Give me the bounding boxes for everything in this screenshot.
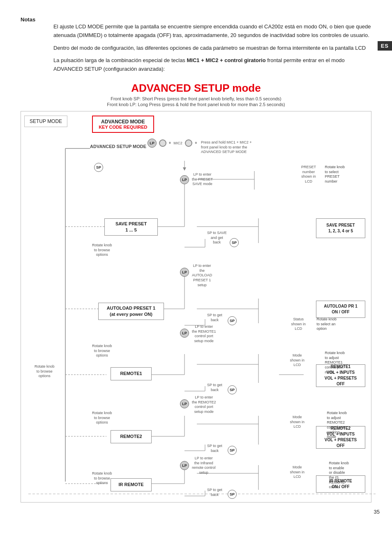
rotate-select-option: Rotate knob to select an option: [316, 317, 337, 331]
sp-save-back: SP to SAVE and get back: [207, 231, 227, 245]
mode-shown-lcd3: Mode shown in LCD: [290, 465, 304, 480]
sp-circle-save[interactable]: SP: [230, 238, 239, 247]
advanced-mode-line2: KEY CODE REQUIRED: [99, 125, 147, 130]
notes-paragraph2: Dentro del modo de configuración, las di…: [53, 44, 371, 53]
notes-p3-bold: MIC1 + MIC2 + control giratorio: [187, 57, 265, 63]
save-preset-right-box: SAVE PRESET 1, 2, 3, 4 or 5: [316, 218, 365, 238]
status-shown-lcd: Status shown in LCD: [291, 317, 306, 331]
preset-number-lcd: PRESET number shown in LCD: [301, 165, 316, 184]
mic1-knob: [159, 139, 166, 147]
lp-circle-top[interactable]: LP: [148, 139, 157, 148]
subtitle-line1: Front knob SP: Short Press (press the fr…: [21, 96, 371, 101]
sp-get-back-1: SP to get back: [207, 313, 222, 322]
sp-get-back-2: SP to get back: [207, 383, 222, 392]
lp-enter-remote1: LP to enter the REMOTE1 control port set…: [192, 324, 216, 344]
mic2-label: MIC2: [173, 141, 182, 145]
lp-enter-remote2: LP to enter the REMOTE2 control port set…: [192, 395, 216, 415]
rotate-browse-options-2: Rotate knob to browse options: [92, 344, 112, 358]
autoload-pr1-right-box: AUTOLOAD PR 1 ON / OFF: [316, 301, 365, 318]
press-hold-text: Press and hold MIC1 + MIC2 + front panel…: [201, 140, 252, 155]
lp-circle-autoload[interactable]: LP: [180, 268, 189, 277]
mode-shown-lcd1: Mode shown in LCD: [290, 353, 304, 368]
notes-section: Notas El ajuste LCD MODE permite que la …: [21, 16, 371, 74]
sp-circle-remote1[interactable]: SP: [228, 385, 237, 394]
setup-mode-label: SETUP MODE: [30, 118, 62, 124]
advanced-setup-title: ADVANCED SETUP mode: [21, 82, 371, 95]
rotate-enable-disable-ir: Rotate knob to enable or disable the IS …: [329, 461, 349, 490]
lp-enter-preset-save: LP to enter the PRESET SAVE mode: [192, 172, 213, 187]
mic2-knob: [185, 139, 192, 147]
rotate-select-preset: Rotate knob to select PRESET number: [325, 165, 345, 184]
sp-circle-ir[interactable]: SP: [228, 490, 237, 499]
lp-circle-preset-save[interactable]: LP: [180, 175, 189, 184]
subtitle-line2: Front knob LP: Long Press (press & hold …: [21, 102, 371, 107]
remote2-box: REMOTE2: [111, 430, 152, 443]
lp-enter-autoload: LP to enter the AUTOLOAD PRESET 1 setup: [192, 264, 212, 287]
sp-circle-remote2[interactable]: SP: [228, 446, 237, 455]
lp-circle-remote2[interactable]: LP: [180, 399, 189, 408]
advanced-mode-line1: ADVANCED MODE: [99, 119, 147, 125]
autoload-preset-box: AUTOLOAD PRESET 1 (at every power ON): [98, 303, 164, 320]
lp-circle-ir[interactable]: LP: [180, 461, 189, 470]
save-preset-box: SAVE PRESET 1 ... 5: [104, 218, 158, 236]
remote1-box: REMOTE1: [111, 367, 152, 380]
sp-get-back-3: SP to get back: [207, 444, 222, 453]
sp-circle-advanced[interactable]: SP: [94, 163, 103, 172]
rotate-browse-options-3: Rotate knob to browse options: [92, 411, 112, 425]
rotate-browse-options-1: Rotate knob to browse options: [92, 243, 112, 257]
sp-get-back-4: SP to get back: [207, 488, 222, 497]
diagram-main: ADVANCED SETUP MODE MIC1 + MIC2 + LP Pre…: [24, 136, 378, 498]
rotate-browse-left-remote1: Rotate knob to browse options: [35, 364, 55, 379]
ir-remote-box: IR REMOTE: [111, 478, 152, 491]
notes-title: Notas: [21, 16, 35, 23]
sp-circle-autoload[interactable]: SP: [228, 316, 237, 325]
mode-shown-lcd2: Mode shown in LCD: [290, 415, 304, 429]
lp-circle-remote1[interactable]: LP: [180, 329, 189, 338]
page-number: 35: [374, 509, 380, 515]
page-container: ES Notas El ajuste LCD MODE permite que …: [0, 0, 392, 519]
notes-p3-prefix: La pulsación larga de la combinación esp…: [53, 57, 187, 63]
rotate-adjust-remote1: Rotate knob to adjust REMOTE1 control po…: [325, 351, 345, 375]
notes-paragraph1: El ajuste LCD MODE permite que la pantal…: [53, 23, 371, 40]
setup-mode-box: SETUP MODE: [24, 116, 67, 127]
diagram-outer: SETUP MODE ADVANCED MODE KEY CODE REQUIR…: [21, 111, 371, 503]
rotate-browse-options-4: Rotate knob to browse options: [92, 471, 112, 486]
rotate-adjust-remote2: Rotate knob to adjust REMOTE2 control po…: [327, 411, 347, 440]
lp-enter-ir: LP to enter the Infrared remote control …: [192, 456, 216, 475]
advanced-setup-mode-label: ADVANCED SETUP MODE: [90, 144, 146, 149]
notes-paragraph3: La pulsación larga de la combinación esp…: [53, 56, 371, 74]
advanced-mode-box: ADVANCED MODE KEY CODE REQUIRED: [92, 116, 154, 133]
es-badge: ES: [378, 41, 392, 51]
